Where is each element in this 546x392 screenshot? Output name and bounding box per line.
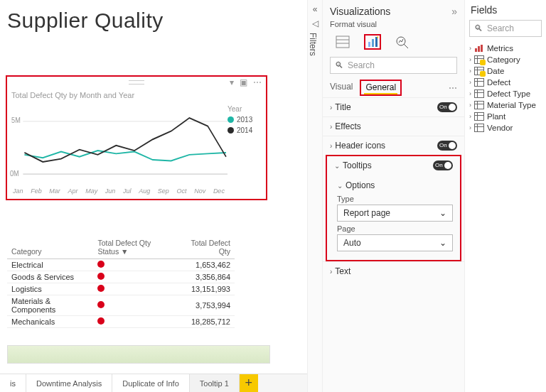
search-icon: 🔍︎ bbox=[335, 60, 343, 70]
chevron-right-icon: › bbox=[330, 268, 332, 276]
column-header[interactable]: Category bbox=[7, 236, 93, 259]
svg-rect-14 bbox=[481, 45, 483, 52]
table-row[interactable]: Mechanicals18,285,712 bbox=[7, 316, 235, 328]
chevron-down-icon: ⌄ bbox=[439, 208, 446, 218]
status-dot-icon bbox=[97, 301, 105, 308]
table-icon bbox=[474, 78, 484, 87]
svg-line-11 bbox=[404, 44, 408, 48]
bookmark-icon[interactable]: ◁ bbox=[308, 18, 322, 28]
section-title[interactable]: ›Title On bbox=[323, 97, 464, 116]
format-search-input[interactable]: 🔍︎ Search bbox=[330, 57, 457, 74]
build-visual-icon[interactable] bbox=[334, 34, 351, 50]
fields-search-input[interactable]: 🔍︎ Search bbox=[469, 20, 542, 37]
svg-rect-13 bbox=[478, 46, 480, 52]
status-dot-icon bbox=[97, 285, 105, 292]
visualizations-pane: Visualizations » Format visual 🔍︎ Search… bbox=[323, 0, 465, 392]
field-item[interactable]: ›Plant bbox=[469, 111, 542, 122]
page-title: Supplier Quality bbox=[7, 9, 307, 33]
svg-rect-9 bbox=[375, 37, 378, 47]
chevron-right-icon: › bbox=[469, 45, 471, 52]
table-icon bbox=[474, 89, 484, 98]
search-icon: 🔍︎ bbox=[474, 23, 483, 33]
section-text[interactable]: ›Text bbox=[323, 261, 464, 281]
svg-text:0M: 0M bbox=[10, 169, 19, 178]
field-item[interactable]: ›Date bbox=[469, 65, 542, 77]
svg-text:5M: 5M bbox=[11, 116, 21, 125]
chevron-right-icon: › bbox=[330, 142, 332, 150]
chevron-right-icon: › bbox=[469, 79, 471, 86]
table-row[interactable]: Logistics13,151,993 bbox=[7, 283, 235, 295]
chevron-down-icon: ⌄ bbox=[337, 182, 343, 190]
field-item[interactable]: ›Metrics bbox=[469, 43, 542, 54]
title-toggle[interactable]: On bbox=[437, 102, 457, 112]
table-icon bbox=[474, 67, 484, 75]
options-header[interactable]: ⌄Options bbox=[337, 180, 453, 190]
page-tabs: isDowntime AnalysisDuplicate of InfoTool… bbox=[0, 374, 307, 392]
format-visual-label: Format visual bbox=[323, 20, 464, 33]
more-format-icon[interactable]: ⋯ bbox=[449, 83, 457, 93]
field-item[interactable]: ›Category bbox=[469, 54, 542, 65]
field-item[interactable]: ›Material Type bbox=[469, 99, 542, 111]
line-chart-visual[interactable]: ▾ ▣ ⋯ Total Defect Qty by Month and Year… bbox=[6, 75, 267, 200]
svg-rect-12 bbox=[475, 48, 477, 52]
add-page-button[interactable]: + bbox=[240, 374, 258, 392]
chart-legend: Year 20132014 bbox=[228, 101, 263, 186]
section-header-icons[interactable]: ›Header icons On bbox=[323, 136, 464, 155]
chevron-down-icon: ⌄ bbox=[439, 238, 446, 248]
format-visual-icon[interactable] bbox=[364, 34, 381, 50]
tooltips-toggle[interactable]: On bbox=[433, 160, 453, 170]
svg-rect-8 bbox=[372, 39, 374, 47]
chevron-right-icon: › bbox=[469, 102, 471, 109]
page-tab[interactable]: Duplicate of Info bbox=[112, 374, 190, 392]
status-dot-icon bbox=[97, 273, 105, 280]
chevron-right-icon: › bbox=[330, 104, 332, 111]
table-row[interactable]: Electrical1,653,462 bbox=[7, 259, 235, 271]
chevron-right-icon: › bbox=[469, 67, 471, 75]
header-icons-toggle[interactable]: On bbox=[437, 141, 457, 151]
field-item[interactable]: ›Defect Type bbox=[469, 88, 542, 99]
page-tab[interactable]: Downtime Analysis bbox=[26, 374, 112, 392]
analytics-icon[interactable] bbox=[394, 34, 411, 50]
page-tab[interactable]: is bbox=[0, 374, 26, 392]
page-label: Page bbox=[337, 224, 453, 233]
table-row[interactable]: Materials & Components3,753,994 bbox=[7, 295, 235, 316]
table-icon bbox=[474, 124, 484, 132]
chevron-right-icon: › bbox=[469, 113, 471, 120]
section-tooltips[interactable]: ⌄Tooltips On bbox=[327, 156, 460, 175]
status-dot-icon bbox=[97, 261, 105, 268]
fields-title: Fields bbox=[469, 4, 542, 16]
chart-title: Total Defect Qty by Month and Year bbox=[11, 91, 266, 99]
chevron-right-icon: › bbox=[469, 90, 471, 97]
field-item[interactable]: ›Vendor bbox=[469, 122, 542, 134]
table-visual[interactable]: CategoryTotal Defect Qty Status ▼Total D… bbox=[7, 236, 235, 328]
more-options-icon[interactable]: ⋯ bbox=[253, 77, 262, 87]
chevron-right-icon: › bbox=[469, 124, 471, 131]
column-header[interactable]: Total Defect Qty Status ▼ bbox=[93, 236, 176, 259]
section-effects[interactable]: ›Effects bbox=[323, 116, 464, 136]
status-dot-icon bbox=[97, 317, 105, 325]
report-canvas[interactable]: Supplier Quality ▾ ▣ ⋯ Total Defect Qty … bbox=[0, 0, 307, 392]
chevron-right-icon: › bbox=[330, 123, 332, 131]
focus-mode-icon[interactable]: ▣ bbox=[240, 77, 247, 87]
tooltip-page-select[interactable]: Auto⌄ bbox=[337, 234, 453, 251]
filter-icon[interactable]: ▾ bbox=[230, 77, 234, 87]
svg-rect-7 bbox=[368, 42, 370, 47]
page-tab[interactable]: Tooltip 1 bbox=[190, 374, 240, 392]
type-label: Type bbox=[337, 195, 453, 203]
tooltip-type-select[interactable]: Report page⌄ bbox=[337, 205, 453, 222]
table-row[interactable]: Goods & Services3,356,864 bbox=[7, 271, 235, 283]
tab-visual[interactable]: Visual bbox=[330, 82, 353, 94]
collapse-left-icon[interactable]: « bbox=[308, 4, 322, 14]
filters-pane-collapsed[interactable]: « ◁ Filters bbox=[307, 0, 323, 392]
table-icon bbox=[474, 112, 484, 121]
drag-handle-icon[interactable] bbox=[129, 80, 144, 85]
fields-pane: Fields 🔍︎ Search ›Metrics›Category›Date›… bbox=[465, 0, 546, 392]
map-visual[interactable] bbox=[7, 345, 270, 364]
filters-label: Filters bbox=[308, 33, 318, 56]
column-header[interactable]: Total Defect Qty bbox=[176, 236, 235, 259]
chevron-right-icon: › bbox=[469, 56, 471, 63]
field-item[interactable]: ›Defect bbox=[469, 77, 542, 88]
svg-rect-4 bbox=[336, 36, 349, 48]
collapse-right-icon[interactable]: » bbox=[451, 6, 457, 17]
tab-general[interactable]: General bbox=[360, 80, 402, 96]
